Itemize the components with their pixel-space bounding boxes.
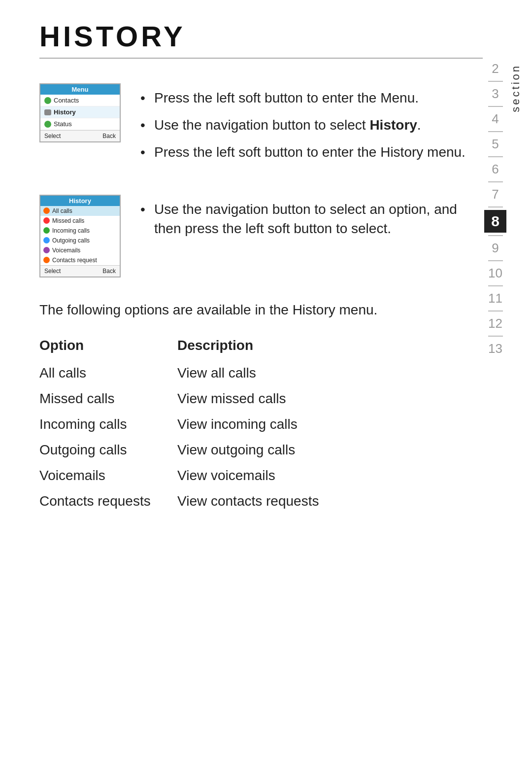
section-sidebar: 2 3 4 5 6 7 8 9 10 11 12 13 section [484,59,522,358]
options-table: Option Description All calls View all ca… [39,338,384,514]
section-numbers-col: 2 3 4 5 6 7 8 9 10 11 12 13 [484,59,506,358]
phone2-incoming: Incoming calls [40,226,120,236]
table-row: All calls View all calls [39,360,384,386]
phone2-missed: Missed calls [40,216,120,226]
phone1-footer: Select Back [40,130,120,141]
step1-bullets: Press the left soft button to enter the … [140,88,466,170]
phone1-item-status: Status [40,118,120,130]
step2-bullets: Use the navigation button to select an o… [140,200,483,246]
section-num-9: 9 [484,239,506,258]
phone2-voicemails: Voicemails [40,245,120,255]
phone2-contacts: Contacts request [40,255,120,265]
row-allcalls-desc: View all calls [177,365,384,381]
section-num-10: 10 [484,264,506,283]
table-row: Missed calls View missed calls [39,386,384,412]
row-outgoing-desc: View outgoing calls [177,442,384,458]
phone2-footer: Select Back [40,265,120,276]
phone2-allcalls: All calls [40,206,120,216]
row-missed-desc: View missed calls [177,391,384,407]
col-header-option: Option [39,338,177,353]
row-contacts-desc: View contacts requests [177,493,384,509]
phone2-header: History [40,196,120,206]
section-num-11: 11 [484,289,506,308]
row-outgoing-option: Outgoing calls [39,442,177,458]
phone1-header: Menu [40,84,120,95]
section-num-3: 3 [484,84,506,104]
section-num-6: 6 [484,160,506,179]
table-row: Voicemails View voicemails [39,463,384,488]
section-num-13: 13 [484,339,506,358]
phone-mockup-1: Menu Contacts History Status Select Back [39,83,121,142]
intro-text: The following options are available in t… [39,302,483,318]
row-missed-option: Missed calls [39,391,177,407]
section-num-8-current: 8 [484,210,506,233]
table-row: Outgoing calls View outgoing calls [39,437,384,463]
phone1-item-history: History [40,106,120,118]
step1-bullet-2: Use the navigation button to select Hist… [140,115,466,135]
row-voicemails-desc: View voicemails [177,468,384,484]
row-voicemails-option: Voicemails [39,468,177,484]
col-header-description: Description [177,338,384,353]
section-num-4: 4 [484,109,506,129]
phone-mockup-2: History All calls Missed calls Incoming … [39,195,121,277]
section-num-12: 12 [484,314,506,333]
section-label: section [509,64,522,112]
section-num-7: 7 [484,185,506,204]
row-allcalls-option: All calls [39,365,177,381]
row-incoming-desc: View incoming calls [177,416,384,432]
row-incoming-option: Incoming calls [39,416,177,432]
row-contacts-option: Contacts requests [39,493,177,509]
table-row: Contacts requests View contacts requests [39,488,384,514]
step2-bullet-1: Use the navigation button to select an o… [140,200,483,238]
section-num-5: 5 [484,135,506,154]
section-num-2: 2 [484,59,506,78]
table-row: Incoming calls View incoming calls [39,412,384,437]
page-title: HISTORY [39,20,483,59]
phone1-item-contacts: Contacts [40,95,120,106]
step1-bullet-3: Press the left soft button to enter the … [140,142,466,162]
table-header: Option Description [39,338,384,353]
phone2-outgoing: Outgoing calls [40,236,120,245]
step1-bullet-1: Press the left soft button to enter the … [140,88,466,107]
